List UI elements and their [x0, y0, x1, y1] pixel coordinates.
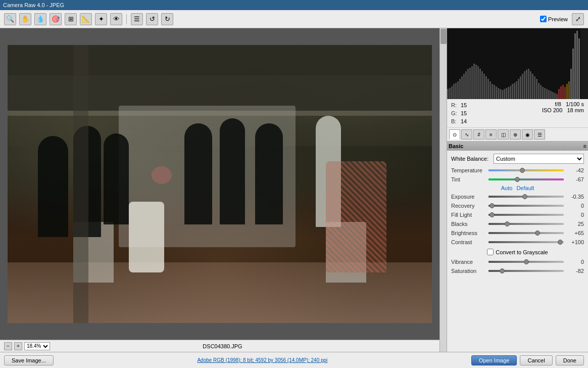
blacks-thumb[interactable] [505, 221, 510, 226]
lens-corrections-tab-icon[interactable]: ⊕ [510, 129, 521, 140]
saturation-value: -82 [566, 268, 584, 274]
default-link[interactable]: Default [516, 185, 534, 191]
camera-calibration-tab-icon[interactable]: ◉ [522, 129, 533, 140]
svg-rect-50 [546, 89, 548, 99]
image-viewport[interactable] [0, 28, 439, 340]
recovery-label: Recovery [451, 203, 486, 209]
basic-tab-icon[interactable]: ⊙ [449, 129, 460, 140]
convert-grayscale-checkbox[interactable] [487, 249, 494, 255]
retouch-tool-btn[interactable]: ✦ [95, 13, 107, 25]
convert-grayscale-label: Convert to Grayscale [496, 249, 548, 255]
contrast-thumb[interactable] [558, 240, 563, 245]
histogram-area [447, 28, 588, 99]
recovery-thumb[interactable] [489, 203, 495, 208]
crop-tool-btn[interactable]: ⊞ [65, 13, 77, 25]
auto-link[interactable]: Auto [501, 185, 513, 191]
svg-rect-27 [500, 89, 501, 99]
svg-rect-25 [496, 86, 497, 99]
vibrance-thumb[interactable] [524, 259, 529, 264]
full-screen-btn[interactable]: ⤢ [572, 13, 584, 25]
toolbar: 🔍 ✋ 💧 🎯 ⊞ 📐 ✦ 👁 ☰ ↺ ↻ Preview ⤢ [0, 10, 588, 28]
recovery-row: Recovery 0 [451, 202, 584, 209]
fill-light-row: Fill Light 0 [451, 211, 584, 218]
svg-rect-62 [570, 69, 572, 99]
zoom-tool-btn[interactable]: 🔍 [4, 13, 16, 25]
main-scrollbar[interactable] [439, 28, 447, 352]
white-balance-row: White Balance: Custom As Shot Auto Dayli… [451, 154, 584, 164]
split-toning-tab-icon[interactable]: ◫ [498, 129, 509, 140]
g-label: G: [451, 109, 459, 117]
rotate-cw-btn[interactable]: ↻ [161, 13, 173, 25]
contrast-value: +100 [566, 239, 584, 245]
svg-rect-2 [449, 88, 451, 99]
svg-rect-3 [451, 86, 453, 99]
fill-light-slider-container [488, 211, 564, 218]
blacks-track [488, 223, 564, 225]
brightness-thumb[interactable] [535, 231, 540, 236]
tint-thumb[interactable] [515, 177, 520, 182]
temperature-track [488, 169, 564, 171]
fill-light-label: Fill Light [451, 212, 486, 218]
open-image-button[interactable]: Open Image [471, 355, 517, 365]
preview-checkbox-area[interactable]: Preview [540, 16, 568, 22]
zoom-out-btn[interactable]: − [4, 342, 12, 350]
exposure-slider-container [488, 193, 564, 200]
svg-rect-40 [526, 70, 527, 99]
done-button[interactable]: Done [556, 355, 584, 365]
zoom-select[interactable]: 18.4% [24, 342, 50, 350]
svg-rect-64 [574, 33, 576, 99]
blacks-value: 25 [566, 221, 584, 227]
svg-rect-28 [502, 90, 503, 99]
scroll-thumb[interactable] [440, 29, 447, 44]
hand-tool-btn[interactable]: ✋ [19, 13, 31, 25]
saturation-row: Saturation -82 [451, 267, 584, 274]
rotate-ccw-btn[interactable]: ↺ [146, 13, 158, 25]
tint-track [488, 178, 564, 180]
b-label: B: [451, 117, 459, 125]
hsl-tab-icon[interactable]: ≡ [485, 129, 497, 140]
svg-rect-52 [550, 91, 552, 99]
svg-rect-10 [465, 71, 467, 99]
color-sampler-btn[interactable]: 🎯 [50, 13, 62, 25]
temperature-thumb[interactable] [520, 168, 525, 173]
save-image-button[interactable]: Save Image... [4, 355, 54, 365]
white-balance-tool-btn[interactable]: 💧 [34, 13, 46, 25]
white-balance-select[interactable]: Custom As Shot Auto Daylight [494, 154, 584, 164]
detail-tab-icon[interactable]: # [473, 129, 484, 140]
vibrance-track [488, 261, 564, 263]
svg-rect-63 [572, 49, 574, 99]
svg-rect-32 [510, 86, 511, 99]
preview-checkbox[interactable] [540, 16, 547, 22]
brightness-row: Brightness +65 [451, 229, 584, 237]
toolbar-separator [126, 14, 127, 24]
wb-label: White Balance: [451, 156, 492, 162]
saturation-thumb[interactable] [500, 268, 505, 273]
svg-rect-46 [538, 83, 540, 99]
zoom-in-btn[interactable]: + [14, 342, 22, 350]
svg-rect-44 [534, 76, 535, 99]
tone-curve-tab-icon[interactable]: ∿ [461, 129, 472, 140]
exposure-row: Exposure -0.35 [451, 193, 584, 200]
svg-rect-54 [554, 93, 556, 99]
r-value: 15 [461, 101, 473, 109]
panel-name: Basic [449, 143, 463, 149]
presets-tab-icon[interactable]: ☰ [534, 129, 545, 140]
temperature-label: Temperature [451, 167, 486, 173]
svg-rect-47 [540, 85, 542, 99]
color-space-info[interactable]: Adobe RGB (1998); 8 bit; 4592 by 3056 (1… [197, 357, 327, 363]
redeye-tool-btn[interactable]: 👁 [110, 13, 122, 25]
saturation-label: Saturation [451, 268, 486, 274]
cancel-button[interactable]: Cancel [520, 355, 552, 365]
focal-length-value: 18 mm [567, 107, 584, 113]
straighten-tool-btn[interactable]: 📐 [80, 13, 92, 25]
svg-rect-58 [562, 85, 564, 99]
fill-light-thumb[interactable] [489, 212, 495, 217]
svg-rect-33 [512, 84, 513, 99]
exposure-thumb[interactable] [522, 194, 527, 199]
panel-menu-icon[interactable]: ≡ [583, 143, 586, 149]
svg-rect-65 [576, 31, 578, 99]
tint-value: -67 [566, 176, 584, 182]
open-preferences-btn[interactable]: ☰ [131, 13, 143, 25]
g-value: 15 [461, 109, 473, 117]
bottom-buttons: Open Image Cancel Done [471, 355, 584, 365]
